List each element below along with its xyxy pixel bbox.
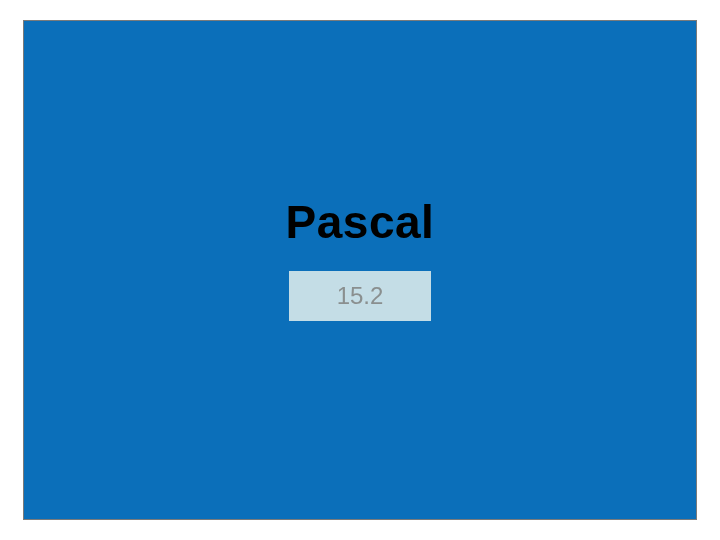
slide-container: Pascal 15.2 xyxy=(23,20,697,520)
slide-title: Pascal xyxy=(286,195,435,249)
subtitle-box: 15.2 xyxy=(289,271,431,321)
slide-subtitle: 15.2 xyxy=(337,282,384,310)
